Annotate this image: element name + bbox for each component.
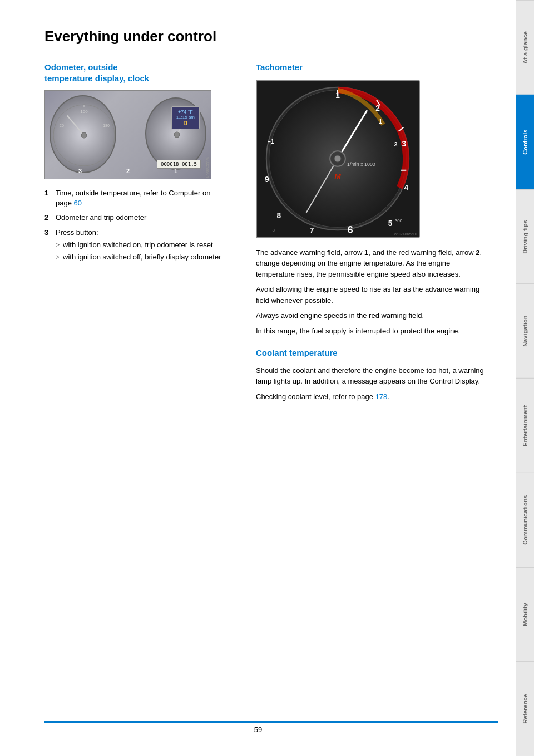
sidebar: At a glance Controls Driving tips Naviga… xyxy=(516,0,534,756)
odometer-items-list: 1 Time, outside temperature, refer to Co… xyxy=(44,188,234,264)
page-divider xyxy=(44,721,498,723)
svg-point-10 xyxy=(174,132,180,138)
svg-point-6 xyxy=(81,132,87,138)
svg-text:8: 8 xyxy=(272,228,275,233)
tachometer-description-4: In this range, the fuel supply is interr… xyxy=(256,326,488,337)
two-column-layout: Odometer, outside temperature display, c… xyxy=(44,62,488,406)
main-content: Everything under control Odometer, outsi… xyxy=(0,0,516,756)
sidebar-tab-entertainment[interactable]: Entertainment xyxy=(516,378,534,473)
coolant-description-1: Should the coolant and therefore the eng… xyxy=(256,365,488,387)
svg-text:1: 1 xyxy=(379,117,382,124)
page-title: Everything under control xyxy=(44,28,488,45)
svg-line-5 xyxy=(67,116,84,135)
svg-text:8: 8 xyxy=(277,210,281,219)
sidebar-tab-driving-tips[interactable]: Driving tips xyxy=(516,189,534,284)
sidebar-tab-reference[interactable]: Reference xyxy=(516,661,534,756)
sub-item-1: with ignition switched on, trip odometer… xyxy=(56,240,221,250)
svg-text:160: 160 xyxy=(80,109,88,114)
svg-text:6: 6 xyxy=(348,224,353,235)
page-link-178[interactable]: 178 xyxy=(375,392,388,401)
list-item-1: 1 Time, outside temperature, refer to Co… xyxy=(44,188,234,208)
coolant-description-2: Checking coolant level, refer to page 17… xyxy=(256,391,488,402)
right-column: Tachometer xyxy=(256,62,488,406)
svg-text:M: M xyxy=(334,172,341,181)
svg-point-33 xyxy=(334,155,341,162)
svg-text:20: 20 xyxy=(60,124,64,127)
svg-text:4: 4 xyxy=(404,183,408,192)
tacho-watermark: WC24865d01 xyxy=(394,232,418,236)
svg-text:300: 300 xyxy=(395,218,403,223)
tachometer-image: 1 2 3 4 5 6 7 8 9 –1 1/min x 1000 M xyxy=(256,80,420,238)
sidebar-tab-communications[interactable]: Communications xyxy=(516,473,534,567)
coolant-section-heading: Coolant temperature xyxy=(256,347,488,359)
tachometer-description-1: The advance warning field, arrow 1, and … xyxy=(256,247,488,280)
svg-text:–1: –1 xyxy=(268,138,274,145)
tachometer-description-3: Always avoid engine speeds in the red wa… xyxy=(256,310,488,321)
tachometer-description-2: Avoid allowing the engine speed to rise … xyxy=(256,284,488,306)
sidebar-tab-navigation[interactable]: Navigation xyxy=(516,283,534,378)
svg-text:5: 5 xyxy=(388,219,393,228)
sidebar-tab-mobility[interactable]: Mobility xyxy=(516,567,534,662)
page-number: 59 xyxy=(254,725,262,734)
sub-item-2: with ignition switched off, briefly disp… xyxy=(56,252,221,262)
press-button-subitems: with ignition switched on, trip odometer… xyxy=(56,240,221,262)
left-column: Odometer, outside temperature display, c… xyxy=(44,62,234,406)
svg-text:3: 3 xyxy=(402,139,407,148)
watermark: W02z98904 xyxy=(206,157,210,178)
sidebar-tab-at-a-glance[interactable]: At a glance xyxy=(516,0,534,95)
odometer-image: 160 180 20 2 1 xyxy=(44,90,211,179)
page-link-60[interactable]: 60 xyxy=(74,199,82,207)
odometer-digital-display: +74 °F 11:15 am D xyxy=(171,106,200,129)
odometer-section-heading: Odometer, outside temperature display, c… xyxy=(44,62,234,84)
list-item-2: 2 Odometer and trip odometer xyxy=(44,213,234,223)
tachometer-section-heading: Tachometer xyxy=(256,62,488,73)
svg-text:7: 7 xyxy=(310,226,314,235)
svg-text:1/min x 1000: 1/min x 1000 xyxy=(347,161,375,166)
odometer-labels: 3 2 1 xyxy=(45,168,211,174)
svg-text:9: 9 xyxy=(265,175,269,184)
sidebar-tab-controls[interactable]: Controls xyxy=(516,95,534,189)
svg-text:180: 180 xyxy=(103,124,110,127)
svg-text:2: 2 xyxy=(394,141,398,148)
list-item-3: 3 Press button: with ignition switched o… xyxy=(44,228,234,265)
